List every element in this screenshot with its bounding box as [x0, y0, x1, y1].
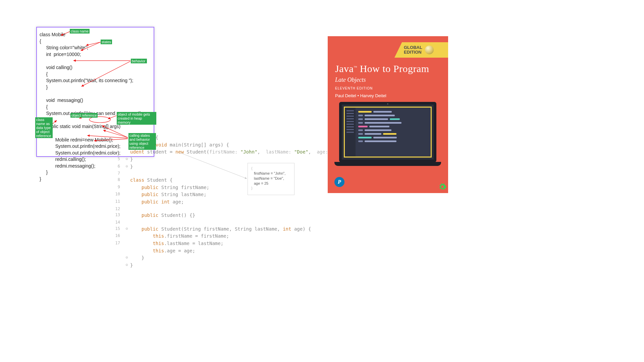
ide-student-code: ass Main {c static void main(String[] ar…: [114, 134, 329, 269]
ide-line: 7: [114, 170, 329, 177]
title-post: How to Program: [357, 63, 429, 74]
ide-line: 14: [114, 219, 329, 226]
ide-line: 6⊖}: [114, 163, 329, 171]
anno-class-as-datatype: class name as data type of object refere…: [35, 117, 53, 138]
popup-brace-open: {: [251, 166, 291, 171]
pearson-logo-icon: P: [334, 177, 344, 187]
ide-line: this.age = age;: [114, 247, 329, 255]
laptop-editor: [356, 108, 431, 157]
anno-object-reference: object reference: [70, 113, 98, 118]
ide-line: ⊖ }: [114, 254, 329, 262]
laptop-illustration: [334, 102, 441, 172]
popup-line-2: lastName = "Doe",: [251, 176, 291, 181]
ide-line: 12: [114, 206, 329, 212]
book-title: Java™ How to Program: [335, 63, 429, 74]
book-edition: ELEVENTH EDITION: [335, 86, 373, 90]
ide-line: ⊖}: [114, 262, 329, 269]
title-pre: Java: [335, 63, 354, 74]
trademark-icon: ™: [354, 65, 357, 69]
gear-icon: [438, 182, 447, 191]
ide-line: 5⊖}: [114, 156, 329, 163]
book-subtitle: Late Objects: [335, 76, 366, 83]
mobile-class-diagram: class Mobile { String color="white"; int…: [36, 27, 154, 157]
anno-states: states: [101, 40, 112, 44]
ide-line: 10 public String lastName;: [114, 191, 329, 198]
popup-brace-close: }: [251, 186, 291, 191]
book-cover: GLOBALEDITION Java™ How to Program Late …: [328, 36, 448, 193]
object-inspector-popup: { firstName = "John", lastName = "Doe", …: [248, 163, 294, 195]
ide-line: 11 public int age;: [114, 198, 329, 206]
popup-line-1: firstName = "John",: [251, 171, 291, 176]
anno-calling-using-ref: calling states and behavior using object…: [128, 133, 156, 150]
laptop-sidebar: [345, 108, 356, 157]
ide-line: 8class Student {: [114, 177, 329, 184]
anno-object-created: object of mobile gets created in heap me…: [117, 112, 156, 125]
ide-line: 13 public Student() {}: [114, 212, 329, 219]
banner-text: GLOBALEDITION: [404, 45, 422, 54]
popup-line-3: age = 25: [251, 181, 291, 186]
global-edition-banner: GLOBALEDITION: [394, 42, 448, 58]
ide-line: 17 this.lastName = lastName;: [114, 240, 329, 247]
ide-line: 15⊖ public Student(String firstName, Str…: [114, 226, 329, 233]
ide-line: 16 this.firstName = firstName;: [114, 233, 329, 240]
anno-class-name: class name: [70, 29, 90, 34]
anno-behavior: behavior: [131, 59, 147, 63]
book-authors: Paul Deitel • Harvey Deitel: [335, 93, 386, 98]
ide-line: 9 public String firstName;: [114, 184, 329, 191]
globe-icon: [425, 46, 434, 54]
